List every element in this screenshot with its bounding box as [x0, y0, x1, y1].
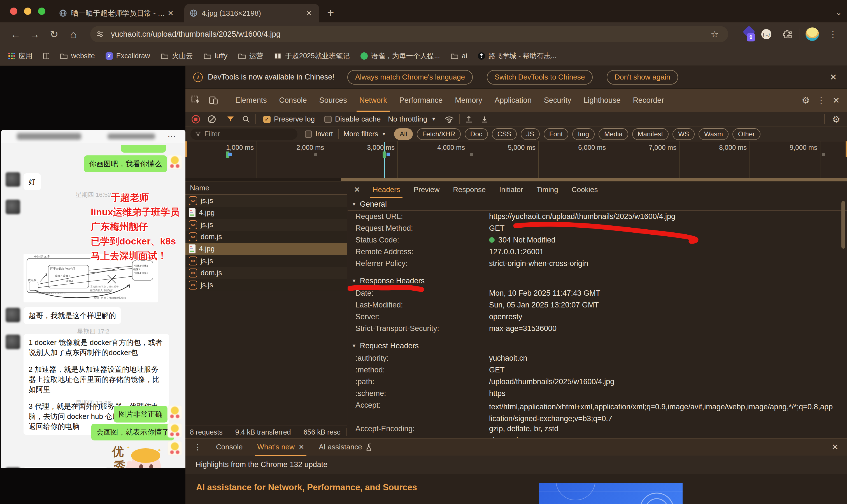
tab-security[interactable]: Security: [538, 89, 578, 112]
avatar[interactable]: [5, 200, 20, 214]
tab-timing[interactable]: Timing: [530, 181, 565, 198]
avatar[interactable]: [5, 172, 20, 187]
request-marker[interactable]: [383, 151, 386, 158]
reload-button[interactable]: ↻: [50, 22, 58, 46]
chip-ws[interactable]: WS: [672, 128, 695, 140]
request-marker[interactable]: [822, 153, 825, 156]
drawer-tab-whats-new[interactable]: What's new ✕: [250, 438, 312, 456]
chip-css[interactable]: CSS: [492, 128, 517, 140]
timeline-scroll-strip[interactable]: [186, 178, 847, 181]
extension-badge[interactable]: 9: [742, 27, 757, 41]
tab-memory[interactable]: Memory: [449, 89, 489, 112]
request-row[interactable]: <>js.js: [186, 279, 347, 291]
chip-font[interactable]: Font: [544, 128, 568, 140]
request-marker[interactable]: [314, 153, 317, 156]
switch-devtools-chinese-button[interactable]: Switch DevTools to Chinese: [487, 70, 593, 85]
details-scrollbar-thumb[interactable]: [842, 201, 845, 249]
bookmark-huoshan[interactable]: 火山云: [161, 51, 193, 60]
import-har-icon[interactable]: [465, 115, 473, 124]
tab-network[interactable]: Network: [353, 89, 393, 112]
bookmark-grid[interactable]: [43, 53, 49, 59]
new-tab-button[interactable]: +: [327, 6, 334, 20]
tab-sources[interactable]: Sources: [313, 89, 353, 112]
close-window-button[interactable]: [10, 7, 17, 15]
preserve-log-checkbox[interactable]: ✓: [263, 115, 270, 123]
chip-all[interactable]: All: [394, 128, 413, 140]
always-match-language-button[interactable]: Always match Chrome's language: [347, 70, 473, 85]
bookmark-star-icon[interactable]: ☆: [711, 29, 719, 39]
avatar[interactable]: [167, 441, 182, 455]
request-row[interactable]: <>js.js: [186, 219, 347, 231]
export-har-icon[interactable]: [480, 115, 489, 124]
request-marker[interactable]: [387, 152, 390, 156]
tab-cookies[interactable]: Cookies: [565, 181, 605, 198]
maximize-window-button[interactable]: [38, 7, 46, 15]
browser-tab-active[interactable]: 4.jpg (1316×2198) ✕: [184, 4, 319, 22]
close-tab-icon[interactable]: ✕: [304, 9, 314, 18]
back-button[interactable]: ←: [11, 22, 21, 46]
timeline-right-handle[interactable]: [846, 141, 847, 157]
tab-recorder[interactable]: Recorder: [627, 89, 670, 112]
tab-headers[interactable]: Headers: [366, 181, 407, 198]
tune-icon[interactable]: [96, 30, 104, 38]
network-conditions-icon[interactable]: [444, 114, 454, 124]
ai-assistance-heading[interactable]: AI assistance for Network, Performance, …: [196, 483, 417, 492]
request-row[interactable]: <>dom.js: [186, 231, 347, 243]
close-banner-icon[interactable]: ✕: [830, 72, 837, 82]
tab-search-icon[interactable]: ⌄: [835, 8, 842, 17]
minimize-window-button[interactable]: [24, 7, 31, 15]
filter-input[interactable]: [205, 130, 283, 138]
chip-doc[interactable]: Doc: [465, 128, 488, 140]
filter-funnel-icon[interactable]: [226, 115, 235, 124]
devtools-menu-icon[interactable]: ⋮: [817, 95, 826, 105]
drawer-tab-ai-assistance[interactable]: AI assistance: [312, 438, 381, 456]
bookmark-notes[interactable]: 于超2025就业班笔记: [274, 51, 350, 60]
bookmark-luffycity[interactable]: 路飞学城 - 帮助有志...: [478, 51, 557, 60]
tab-console[interactable]: Console: [273, 89, 313, 112]
close-tab-icon[interactable]: ✕: [299, 443, 304, 451]
bookmark-yuque[interactable]: 语雀，为每一个人提...: [360, 51, 440, 60]
extensions-puzzle-icon[interactable]: [781, 29, 793, 40]
avatar[interactable]: [5, 308, 20, 322]
disable-cache-checkbox[interactable]: [324, 115, 332, 123]
close-drawer-icon[interactable]: ✕: [832, 442, 839, 452]
request-marker[interactable]: [228, 152, 232, 156]
chip-js[interactable]: JS: [521, 128, 540, 140]
section-response-headers[interactable]: ▼ Response Headers: [348, 275, 847, 287]
browser-menu-icon[interactable]: ⋮: [829, 29, 837, 40]
tab-application[interactable]: Application: [489, 89, 538, 112]
home-button[interactable]: ⌂: [70, 22, 77, 46]
more-filters-dropdown[interactable]: More filters ▼: [344, 130, 386, 138]
address-bar[interactable]: yuchaoit.cn/upload/thumbnails/2025/w1600…: [90, 26, 728, 42]
tab-preview[interactable]: Preview: [407, 181, 446, 198]
avatar[interactable]: [5, 467, 20, 468]
network-overview-timeline[interactable]: 1,000 ms 2,000 ms 3,000 ms 4,000 ms 5,00…: [186, 141, 847, 181]
bookmark-apps[interactable]: 应用: [8, 51, 33, 60]
clear-network-log-icon[interactable]: [208, 115, 216, 123]
bookmark-luffy[interactable]: luffy: [204, 52, 227, 60]
column-header-name[interactable]: Name: [186, 181, 347, 195]
close-details-icon[interactable]: ✕: [348, 185, 366, 194]
avatar[interactable]: [167, 155, 182, 169]
forward-button[interactable]: →: [30, 22, 40, 46]
bookmark-website[interactable]: website: [60, 52, 95, 60]
chip-manifest[interactable]: Manifest: [632, 128, 669, 140]
tab-lighthouse[interactable]: Lighthouse: [577, 89, 627, 112]
record-network-log-icon[interactable]: [192, 115, 200, 124]
invert-checkbox[interactable]: [305, 130, 312, 138]
avatar[interactable]: [167, 405, 182, 420]
request-row-selected[interactable]: 4.jpg: [186, 243, 347, 255]
browser-tab-inactive[interactable]: 晒一晒于超老师学员日常 - 自动 ✕: [55, 4, 180, 22]
request-row[interactable]: 4.jpg: [186, 206, 347, 219]
chip-media[interactable]: Media: [599, 128, 628, 140]
chip-wasm[interactable]: Wasm: [699, 128, 728, 140]
chip-other[interactable]: Other: [733, 128, 760, 140]
avatar[interactable]: [167, 423, 182, 438]
tab-elements[interactable]: Elements: [229, 89, 273, 112]
bookmark-ai-folder[interactable]: ai: [451, 52, 467, 60]
tab-performance[interactable]: Performance: [393, 89, 449, 112]
search-icon[interactable]: [242, 115, 250, 124]
network-settings-gear-icon[interactable]: ⚙: [832, 114, 840, 125]
request-row[interactable]: <>js.js: [186, 255, 347, 267]
drawer-tab-console[interactable]: Console: [209, 438, 250, 456]
